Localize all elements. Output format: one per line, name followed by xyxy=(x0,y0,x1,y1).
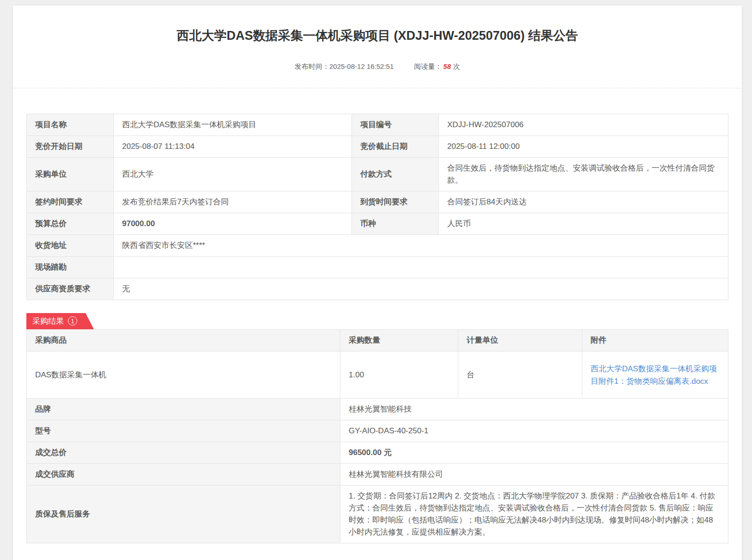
table-row: 现场踏勘 xyxy=(27,257,728,278)
info-label-project-no: 项目编号 xyxy=(352,114,439,136)
detail-value-brand: 桂林光翼智能科技 xyxy=(340,399,728,420)
info-label-purchaser: 采购单位 xyxy=(27,158,114,191)
col-header-product: 采购商品 xyxy=(27,330,340,351)
views: 阅读量：58次 xyxy=(414,62,460,71)
info-value-project-name: 西北大学DAS数据采集一体机采购项目 xyxy=(114,114,352,136)
info-label-payment: 付款方式 xyxy=(352,158,439,191)
views-unit: 次 xyxy=(453,62,460,70)
info-value-budget: 97000.00 xyxy=(114,213,352,235)
info-value-currency: 人民币 xyxy=(439,213,728,235)
detail-label-model: 型号 xyxy=(27,420,340,442)
info-value-site-survey xyxy=(114,257,728,278)
publish-time-label: 发布时间： xyxy=(295,62,329,70)
info-value-purchaser: 西北大学 xyxy=(114,158,352,191)
info-label-project-name: 项目名称 xyxy=(27,114,114,136)
table-row: 竞价开始日期 2025-08-07 11:13:04 竞价截止日期 2025-0… xyxy=(27,136,728,158)
product-quantity: 1.00 xyxy=(340,351,458,399)
announcement-card: 西北大学DAS数据采集一体机采购项目 (XDJJ-HW-202507006) 结… xyxy=(13,6,742,560)
info-value-bid-start: 2025-08-07 11:13:04 xyxy=(114,136,352,158)
table-row: 品牌 桂林光翼智能科技 xyxy=(27,399,728,420)
info-label-budget: 预算总价 xyxy=(27,213,114,235)
info-label-site-survey: 现场踏勘 xyxy=(27,257,114,278)
product-name: DAS数据采集一体机 xyxy=(27,351,340,399)
table-row: 型号 GY-AIO-DAS-40-250-1 xyxy=(27,420,728,442)
info-label-address: 收货地址 xyxy=(27,235,114,257)
info-value-delivery-time: 合同签订后84天内送达 xyxy=(439,191,728,213)
info-value-sign-time: 发布竞价结果后7天内签订合同 xyxy=(114,191,352,213)
col-header-unit: 计量单位 xyxy=(458,330,582,351)
info-label-bid-start: 竞价开始日期 xyxy=(27,136,114,158)
detail-label-supplier: 成交供应商 xyxy=(27,464,340,486)
tab-badge-count: 1 xyxy=(68,316,77,326)
table-row: 采购单位 西北大学 付款方式 合同生效后，待货物到达指定地点、安装调试验收合格后… xyxy=(27,158,728,191)
detail-label-brand: 品牌 xyxy=(27,399,340,420)
project-info-table: 项目名称 西北大学DAS数据采集一体机采购项目 项目编号 XDJJ-HW-202… xyxy=(26,114,728,300)
product-attachment-cell: 西北大学DAS数据采集一体机采购项目附件1：货物类响应偏离表.docx xyxy=(582,351,728,399)
info-value-bid-end: 2025-08-11 12:00:00 xyxy=(439,136,728,158)
table-row: 质保及售后服务 1. 交货期：合同签订后12周内 2. 交货地点：西北大学物理学… xyxy=(27,486,728,543)
col-header-quantity: 采购数量 xyxy=(340,330,458,351)
info-label-sign-time: 签约时间要求 xyxy=(27,191,114,213)
info-value-project-no: XDJJ-HW-202507006 xyxy=(439,114,728,136)
tab-purchase-result-label: 采购结果 xyxy=(32,317,64,326)
table-row: 供应商资质要求 无 xyxy=(27,278,728,300)
publish-time-value: 2025-08-12 16:52:51 xyxy=(329,62,394,70)
attachment-link[interactable]: 西北大学DAS数据采集一体机采购项目附件1：货物类响应偏离表.docx xyxy=(591,364,717,386)
page-title: 西北大学DAS数据采集一体机采购项目 (XDJJ-HW-202507006) 结… xyxy=(41,28,714,44)
detail-value-deal-price: 96500.00 元 xyxy=(340,442,728,464)
table-row: 收货地址 陕西省西安市长安区**** xyxy=(27,235,728,257)
tab-purchase-result[interactable]: 采购结果1 xyxy=(26,313,94,329)
info-value-address: 陕西省西安市长安区**** xyxy=(114,235,728,257)
table-row: 项目名称 西北大学DAS数据采集一体机采购项目 项目编号 XDJJ-HW-202… xyxy=(27,114,728,136)
views-label: 阅读量： xyxy=(414,62,442,70)
views-count: 58 xyxy=(443,62,451,70)
table-row: 签约时间要求 发布竞价结果后7天内签订合同 到货时间要求 合同签订后84天内送达 xyxy=(27,191,728,213)
doc-header: 西北大学DAS数据采集一体机采购项目 (XDJJ-HW-202507006) 结… xyxy=(13,6,742,88)
publish-time: 发布时间：2025-08-12 16:52:51 xyxy=(295,62,394,71)
table-row: 预算总价 97000.00 币种 人民币 xyxy=(27,213,728,235)
result-section: 采购结果1 采购商品 采购数量 计量单位 附件 DAS数据采集一体机 1.00 xyxy=(26,313,728,543)
info-label-bid-end: 竞价截止日期 xyxy=(352,136,439,158)
detail-label-warranty: 质保及售后服务 xyxy=(27,486,340,543)
table-row: 成交供应商 桂林光翼智能科技有限公司 xyxy=(27,464,728,486)
info-value-payment: 合同生效后，待货物到达指定地点、安装调试验收合格后，一次性付清合同货款。 xyxy=(439,158,728,191)
info-label-qualification: 供应商资质要求 xyxy=(27,278,114,300)
detail-label-deal-price: 成交总价 xyxy=(27,442,340,464)
info-label-currency: 币种 xyxy=(352,213,439,235)
meta-line: 发布时间：2025-08-12 16:52:51阅读量：58次 xyxy=(13,62,742,88)
detail-value-model: GY-AIO-DAS-40-250-1 xyxy=(340,420,728,442)
detail-value-warranty: 1. 交货期：合同签订后12周内 2. 交货地点：西北大学物理学院207 3. … xyxy=(340,486,728,543)
content-area: 项目名称 西北大学DAS数据采集一体机采购项目 项目编号 XDJJ-HW-202… xyxy=(13,88,742,560)
table-row: 成交总价 96500.00 元 xyxy=(27,442,728,464)
product-row: DAS数据采集一体机 1.00 台 西北大学DAS数据采集一体机采购项目附件1：… xyxy=(27,351,728,399)
info-label-delivery-time: 到货时间要求 xyxy=(352,191,439,213)
col-header-attachment: 附件 xyxy=(582,330,728,351)
product-unit: 台 xyxy=(458,351,582,399)
purchase-result-table: 采购商品 采购数量 计量单位 附件 DAS数据采集一体机 1.00 台 西北大学… xyxy=(26,329,728,543)
info-value-qualification: 无 xyxy=(114,278,728,300)
detail-value-supplier: 桂林光翼智能科技有限公司 xyxy=(340,464,728,486)
result-header-row: 采购商品 采购数量 计量单位 附件 xyxy=(27,330,728,351)
